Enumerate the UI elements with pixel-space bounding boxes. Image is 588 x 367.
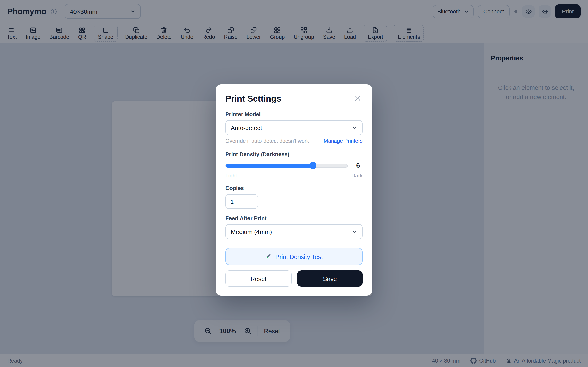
modal-save-button[interactable]: Save [297,270,363,287]
chevron-down-icon [352,125,357,131]
density-min-label: Light [225,173,237,179]
density-slider[interactable] [225,164,348,167]
test-tube-icon [265,253,272,260]
feed-value: Medium (4mm) [231,228,272,235]
printer-model-helper: Override if auto-detect doesn't work [225,138,309,144]
printer-model-label: Printer Model [225,111,363,117]
copies-label: Copies [225,185,363,191]
chevron-down-icon [352,229,357,234]
density-slider-fill [226,164,313,167]
modal-close-button[interactable] [353,93,363,103]
density-value: 6 [354,162,363,169]
app-window: Phomymo 40×30mm Bluetooth Connect [0,0,588,367]
modal-actions: Reset Save [225,270,363,287]
feed-select[interactable]: Medium (4mm) [225,224,363,239]
density-range-labels: Light Dark [225,173,363,179]
density-label: Print Density (Darkness) [225,151,363,157]
print-settings-modal: Print Settings Printer Model Auto-detect… [216,84,372,296]
density-slider-row: 6 [225,162,363,169]
density-max-label: Dark [351,173,363,179]
print-density-test-label: Print Density Test [276,253,323,260]
close-icon [354,94,362,102]
print-density-test-button[interactable]: Print Density Test [225,248,363,265]
feed-label: Feed After Print [225,215,363,221]
manage-printers-link[interactable]: Manage Printers [324,138,363,144]
modal-header: Print Settings [225,93,363,104]
copies-input[interactable] [225,194,258,209]
density-slider-thumb[interactable] [309,162,316,169]
modal-title: Print Settings [225,93,281,104]
modal-reset-button[interactable]: Reset [225,270,292,287]
printer-model-helper-row: Override if auto-detect doesn't work Man… [225,138,363,144]
printer-model-select[interactable]: Auto-detect [225,120,363,135]
printer-model-value: Auto-detect [231,124,262,131]
